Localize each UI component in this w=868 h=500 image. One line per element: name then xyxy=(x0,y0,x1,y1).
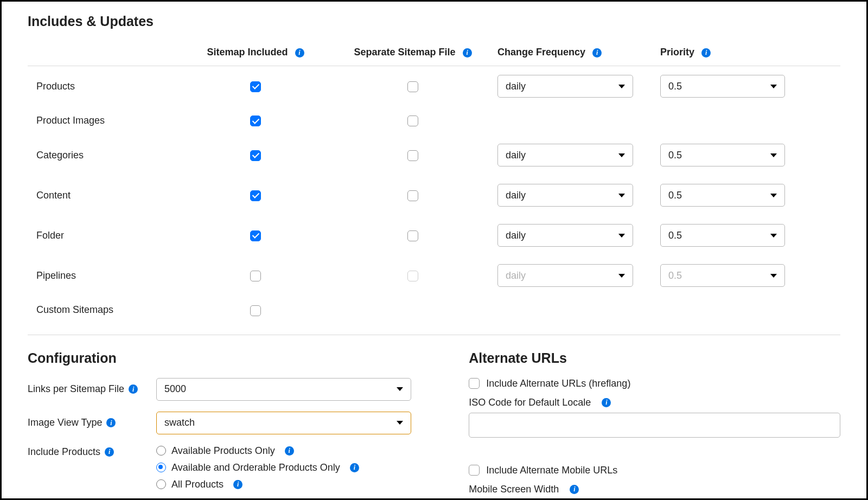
sitemap-included-checkbox[interactable] xyxy=(250,271,261,281)
iso-code-label: ISO Code for Default Locale xyxy=(469,397,591,408)
separate-file-checkbox[interactable] xyxy=(407,81,418,92)
change-frequency-select[interactable]: daily xyxy=(497,144,633,166)
include-hreflang-label: Include Alternate URLs (hreflang) xyxy=(486,378,630,389)
caret-down-icon xyxy=(397,421,403,425)
section-title-configuration: Configuration xyxy=(28,350,436,366)
priority-select[interactable]: 0.5 xyxy=(660,75,785,98)
priority-select[interactable]: 0.5 xyxy=(660,224,785,247)
section-title-alternate-urls: Alternate URLs xyxy=(469,350,840,366)
separate-file-checkbox xyxy=(407,271,418,281)
table-row: Pipelinesdaily0.5 xyxy=(28,255,840,296)
caret-down-icon xyxy=(770,153,777,157)
include-mobile-checkbox[interactable] xyxy=(469,465,480,476)
sitemap-included-checkbox[interactable] xyxy=(250,305,261,316)
select-value: daily xyxy=(506,230,526,241)
caret-down-icon xyxy=(770,234,777,238)
header-change-frequency: Change Frequency xyxy=(497,47,585,57)
table-row: Productsdaily0.5 xyxy=(28,66,840,107)
links-per-file-select[interactable]: 5000 xyxy=(156,378,411,401)
include-products-radio[interactable] xyxy=(156,446,166,456)
info-icon[interactable]: i xyxy=(602,398,611,407)
caret-down-icon xyxy=(618,85,625,88)
caret-down-icon xyxy=(770,85,777,88)
select-value: 0.5 xyxy=(668,230,682,241)
sitemap-included-checkbox[interactable] xyxy=(250,116,261,126)
table-row: Folderdaily0.5 xyxy=(28,215,840,255)
radio-label: Available Products Only xyxy=(171,445,275,457)
radio-label: All Products xyxy=(171,479,224,490)
mobile-width-label: Mobile Screen Width xyxy=(469,484,559,495)
change-frequency-select[interactable]: daily xyxy=(497,184,633,207)
select-value: 0.5 xyxy=(668,190,682,201)
include-products-label: Include Products xyxy=(28,446,100,458)
header-priority: Priority xyxy=(660,47,694,57)
caret-down-icon xyxy=(618,153,625,157)
separate-file-checkbox[interactable] xyxy=(407,116,418,126)
include-mobile-label: Include Alternate Mobile URLs xyxy=(486,465,617,476)
separate-file-checkbox[interactable] xyxy=(407,150,418,161)
sitemap-included-checkbox[interactable] xyxy=(250,190,261,201)
caret-down-icon xyxy=(618,194,625,197)
separate-file-checkbox[interactable] xyxy=(407,230,418,241)
row-name: Products xyxy=(28,66,180,107)
header-separate-file: Separate Sitemap File xyxy=(354,47,455,57)
row-name: Product Images xyxy=(28,106,180,135)
image-view-type-label: Image View Type xyxy=(28,417,102,428)
sitemap-included-checkbox[interactable] xyxy=(250,150,261,161)
select-value: 5000 xyxy=(164,383,186,395)
info-icon[interactable]: i xyxy=(233,480,242,489)
priority-select[interactable]: 0.5 xyxy=(660,184,785,207)
select-value: daily xyxy=(506,150,526,161)
info-icon[interactable]: i xyxy=(701,48,711,57)
info-icon[interactable]: i xyxy=(129,384,138,394)
caret-down-icon xyxy=(397,387,403,391)
includes-table: Sitemap Included i Separate Sitemap File… xyxy=(28,41,840,325)
image-view-type-select[interactable]: swatch xyxy=(156,412,411,434)
change-frequency-select[interactable]: daily xyxy=(497,224,633,247)
info-icon[interactable]: i xyxy=(106,418,116,427)
select-value: 0.5 xyxy=(668,270,682,281)
row-name: Pipelines xyxy=(28,255,180,296)
separate-file-checkbox[interactable] xyxy=(407,190,418,201)
row-name: Categories xyxy=(28,135,180,175)
table-row: Contentdaily0.5 xyxy=(28,175,840,215)
links-per-file-label: Links per Sitemap File xyxy=(28,383,124,395)
info-icon[interactable]: i xyxy=(105,447,114,457)
iso-code-input[interactable] xyxy=(469,413,840,438)
select-value: daily xyxy=(506,81,526,92)
table-row: Categoriesdaily0.5 xyxy=(28,135,840,175)
info-icon[interactable]: i xyxy=(592,48,602,57)
radio-label: Available and Orderable Products Only xyxy=(171,462,340,473)
info-icon[interactable]: i xyxy=(463,48,472,57)
select-value: swatch xyxy=(164,417,195,428)
table-row: Product Images xyxy=(28,106,840,135)
select-value: daily xyxy=(506,270,526,281)
table-row: Custom Sitemaps xyxy=(28,296,840,324)
info-icon[interactable]: i xyxy=(295,48,304,57)
include-hreflang-checkbox[interactable] xyxy=(469,378,480,389)
row-name: Folder xyxy=(28,215,180,255)
caret-down-icon xyxy=(618,274,625,278)
info-icon[interactable]: i xyxy=(350,463,359,472)
caret-down-icon xyxy=(770,274,777,278)
select-value: 0.5 xyxy=(668,150,682,161)
include-products-radio[interactable] xyxy=(156,463,166,472)
include-products-radio[interactable] xyxy=(156,479,166,489)
divider xyxy=(28,335,840,335)
sitemap-included-checkbox[interactable] xyxy=(250,81,261,92)
info-icon[interactable]: i xyxy=(285,446,294,456)
caret-down-icon xyxy=(770,194,777,197)
priority-select: 0.5 xyxy=(660,264,785,287)
section-title-includes: Includes & Updates xyxy=(28,14,840,29)
change-frequency-select[interactable]: daily xyxy=(497,75,633,98)
priority-select[interactable]: 0.5 xyxy=(660,144,785,166)
header-sitemap-included: Sitemap Included xyxy=(207,47,288,57)
sitemap-included-checkbox[interactable] xyxy=(250,230,261,241)
change-frequency-select: daily xyxy=(497,264,633,287)
select-value: 0.5 xyxy=(668,81,682,92)
row-name: Custom Sitemaps xyxy=(28,296,180,324)
row-name: Content xyxy=(28,175,180,215)
info-icon[interactable]: i xyxy=(570,485,579,494)
select-value: daily xyxy=(506,190,526,201)
caret-down-icon xyxy=(618,234,625,238)
